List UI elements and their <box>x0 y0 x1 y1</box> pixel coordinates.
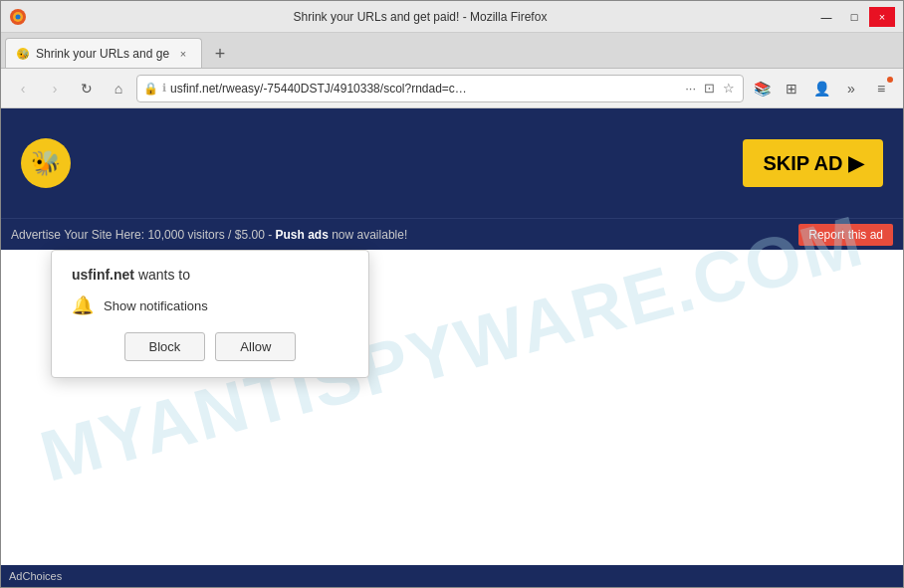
account-icon: 👤 <box>813 81 830 97</box>
site-header: 🐝 SKIP AD ▶ <box>1 108 903 218</box>
popup-notification-row: 🔔 Show notifications <box>72 294 348 316</box>
pocket-button[interactable]: ⊡ <box>702 79 717 98</box>
ad-bar-highlight: Push ads <box>275 228 328 242</box>
active-tab[interactable]: 🐝 Shrink your URLs and ge × <box>5 38 202 68</box>
ad-bar-text: Advertise Your Site Here: 10,000 visitor… <box>11 228 407 242</box>
menu-icon: ≡ <box>877 81 885 97</box>
forward-button[interactable]: › <box>41 75 69 102</box>
popup-site-name: usfinf.net <box>72 267 134 283</box>
bell-icon: 🔔 <box>72 294 94 316</box>
page-content: 🐝 SKIP AD ▶ Advertise Your Site Here: 10… <box>1 108 903 587</box>
security-icon: 🔒 <box>143 82 158 96</box>
menu-button[interactable]: ≡ <box>867 75 895 102</box>
block-button[interactable]: Block <box>124 332 206 361</box>
adchoices-bar: AdChoices <box>1 565 903 587</box>
new-tab-button[interactable]: + <box>206 40 234 68</box>
title-bar: Shrink your URLs and get paid! - Mozilla… <box>1 1 903 33</box>
tab-bar: 🐝 Shrink your URLs and ge × + <box>1 33 903 69</box>
nav-bar: ‹ › ↻ ⌂ 🔒 ℹ usfinf.net/rweasy/-75440DSTJ… <box>1 69 903 108</box>
maximize-button[interactable]: □ <box>841 7 867 27</box>
title-bar-left <box>9 8 27 26</box>
firefox-logo-icon <box>9 8 27 26</box>
skip-ad-label: SKIP AD ▶ <box>763 151 863 175</box>
close-window-button[interactable]: × <box>869 7 895 27</box>
svg-point-2 <box>16 14 21 19</box>
home-button[interactable]: ⌂ <box>105 75 132 102</box>
bookmark-button[interactable]: ☆ <box>721 79 737 98</box>
address-text: usfinf.net/rweasy/-75440DSTJ/4910338/sco… <box>170 82 679 96</box>
notification-popup: usfinf.net wants to 🔔 Show notifications… <box>51 250 369 378</box>
browser-window: Shrink your URLs and get paid! - Mozilla… <box>0 0 904 588</box>
tab-favicon-icon: 🐝 <box>16 47 30 61</box>
bee-logo-icon: 🐝 <box>21 138 71 188</box>
back-icon: ‹ <box>21 81 26 97</box>
nav-right-buttons: 📚 ⊞ 👤 » ≡ <box>748 75 895 102</box>
refresh-button[interactable]: ↻ <box>73 75 101 102</box>
info-icon: ℹ <box>162 82 166 95</box>
forward-icon: › <box>53 81 58 97</box>
svg-text:🐝: 🐝 <box>18 49 30 61</box>
account-button[interactable]: 👤 <box>807 75 835 102</box>
back-button[interactable]: ‹ <box>9 75 37 102</box>
overflow-button[interactable]: » <box>837 75 865 102</box>
skip-ad-button[interactable]: SKIP AD ▶ <box>743 139 883 187</box>
more-address-button[interactable]: ··· <box>683 79 698 98</box>
tab-label: Shrink your URLs and ge <box>36 47 169 61</box>
container-icon: ⊞ <box>786 81 797 97</box>
ad-bar: Advertise Your Site Here: 10,000 visitor… <box>1 218 903 250</box>
popup-buttons: Block Allow <box>72 332 348 361</box>
tab-close-button[interactable]: × <box>175 46 191 62</box>
minimize-button[interactable]: — <box>813 7 839 27</box>
ad-bar-suffix: now available! <box>329 228 407 242</box>
popup-notification-text: Show notifications <box>104 298 208 313</box>
window-controls: — □ × <box>813 7 895 27</box>
home-icon: ⌂ <box>114 81 122 97</box>
popup-title: usfinf.net wants to <box>72 267 348 283</box>
ad-bar-prefix: Advertise Your Site Here: 10,000 visitor… <box>11 228 275 242</box>
adchoices-text: AdChoices <box>9 570 62 582</box>
report-ad-button[interactable]: Report this ad <box>798 224 893 246</box>
popup-wants-text: wants to <box>138 267 190 283</box>
overflow-icon: » <box>847 81 855 97</box>
site-logo: 🐝 <box>21 138 71 188</box>
container-button[interactable]: ⊞ <box>778 75 805 102</box>
refresh-icon: ↻ <box>81 81 93 97</box>
address-bar[interactable]: 🔒 ℹ usfinf.net/rweasy/-75440DSTJ/4910338… <box>136 75 744 102</box>
library-button[interactable]: 📚 <box>748 75 776 102</box>
library-icon: 📚 <box>754 81 771 97</box>
title-text: Shrink your URLs and get paid! - Mozilla… <box>27 10 813 24</box>
address-icons: ··· ⊡ ☆ <box>683 79 737 98</box>
allow-button[interactable]: Allow <box>215 332 296 361</box>
